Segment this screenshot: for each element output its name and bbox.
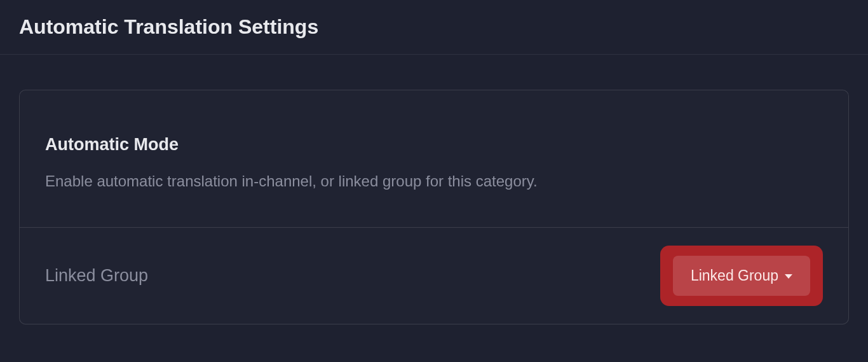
settings-header: Automatic Translation Settings <box>0 0 868 55</box>
card-body: Automatic Mode Enable automatic translat… <box>20 90 848 228</box>
section-title: Automatic Mode <box>45 135 823 155</box>
page-title: Automatic Translation Settings <box>19 15 849 39</box>
highlight-annotation: Linked Group <box>660 246 823 306</box>
section-description: Enable automatic translation in-channel,… <box>45 171 823 192</box>
settings-content: Automatic Mode Enable automatic translat… <box>0 55 868 344</box>
dropdown-selected-label: Linked Group <box>691 267 778 284</box>
chevron-down-icon <box>785 274 792 279</box>
card-footer: Linked Group Linked Group <box>20 228 848 324</box>
linked-group-label: Linked Group <box>45 266 148 286</box>
automatic-mode-card: Automatic Mode Enable automatic translat… <box>19 90 849 324</box>
linked-group-dropdown[interactable]: Linked Group <box>673 256 810 296</box>
